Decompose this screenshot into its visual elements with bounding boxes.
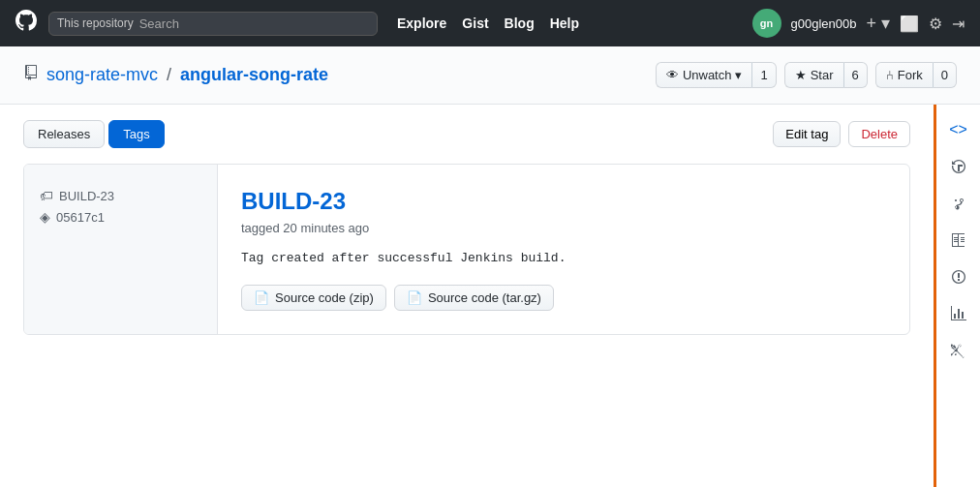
fork-count[interactable]: 0 xyxy=(933,62,957,88)
content-area: Releases Tags Edit tag Delete 🏷 BUILD-23… xyxy=(0,105,934,487)
source-zip-label: Source code (zip) xyxy=(275,290,374,305)
owner-link[interactable]: song-rate-mvc xyxy=(46,65,158,84)
user-avatar[interactable]: gn xyxy=(752,9,781,38)
right-rail: <> xyxy=(934,105,980,487)
star-icon: ★ xyxy=(795,68,807,82)
top-navigation: This repository Explore Gist Blog Help g… xyxy=(0,0,980,46)
release-meta: tagged 20 minutes ago xyxy=(241,221,886,235)
star-label: Star xyxy=(811,68,834,82)
fork-label: Fork xyxy=(898,68,923,82)
repo-title: song-rate-mvc / angular-song-rate xyxy=(23,65,328,85)
release-title: BUILD-23 xyxy=(241,188,886,215)
search-repo-label: This repository xyxy=(57,16,134,30)
nav-links: Explore Gist Blog Help xyxy=(397,15,579,31)
release-main: BUILD-23 tagged 20 minutes ago Tag creat… xyxy=(218,165,909,334)
commit-icon: ◈ xyxy=(40,209,50,225)
gist-link[interactable]: Gist xyxy=(462,15,488,31)
repo-actions: 👁 Unwatch ▾ 1 ★ Star 6 ⑃ Fork 0 xyxy=(656,62,957,88)
fork-icon: ⑃ xyxy=(886,68,894,82)
history-icon[interactable] xyxy=(941,149,976,184)
tags-tab[interactable]: Tags xyxy=(108,120,164,148)
book-icon[interactable] xyxy=(941,223,976,258)
star-count[interactable]: 6 xyxy=(843,62,868,88)
tag-icon: 🏷 xyxy=(40,188,53,203)
commit-ref-label: 05617c1 xyxy=(56,210,105,225)
breadcrumb: song-rate-mvc / angular-song-rate xyxy=(46,65,328,85)
source-targz-label: Source code (tar.gz) xyxy=(428,290,541,305)
repository-search[interactable]: This repository xyxy=(48,12,378,36)
main-wrapper: Releases Tags Edit tag Delete 🏷 BUILD-23… xyxy=(0,105,980,487)
tabs-right: Edit tag Delete xyxy=(773,121,910,147)
search-input[interactable] xyxy=(139,16,256,31)
star-group: ★ Star 6 xyxy=(784,62,868,88)
github-logo[interactable] xyxy=(15,10,37,37)
star-button[interactable]: ★ Star xyxy=(784,62,843,88)
unwatch-button[interactable]: 👁 Unwatch ▾ xyxy=(656,62,752,88)
monitor-icon[interactable]: ⬜ xyxy=(900,15,919,33)
fork-group: ⑃ Fork 0 xyxy=(875,62,957,88)
source-zip-button[interactable]: 📄 Source code (zip) xyxy=(241,285,386,311)
release-card: 🏷 BUILD-23 ◈ 05617c1 BUILD-23 tagged 20 … xyxy=(23,164,910,335)
graph-icon[interactable] xyxy=(941,296,976,331)
tag-ref: 🏷 BUILD-23 xyxy=(40,188,201,203)
eye-icon: 👁 xyxy=(666,68,679,82)
username-label[interactable]: g00glen00b xyxy=(791,16,857,31)
unwatch-count[interactable]: 1 xyxy=(751,62,776,88)
tabs-left: Releases Tags xyxy=(23,120,165,148)
topnav-right: gn g00glen00b + ▾ ⬜ ⚙ ⇥ xyxy=(752,9,965,38)
releases-tab[interactable]: Releases xyxy=(23,120,105,148)
repo-header: song-rate-mvc / angular-song-rate 👁 Unwa… xyxy=(0,46,980,105)
release-sidebar: 🏷 BUILD-23 ◈ 05617c1 xyxy=(24,165,218,334)
tag-ref-label: BUILD-23 xyxy=(59,189,114,203)
plus-icon[interactable]: + ▾ xyxy=(866,13,890,34)
code-icon[interactable]: <> xyxy=(941,112,976,147)
edit-tag-button[interactable]: Edit tag xyxy=(773,121,841,147)
explore-link[interactable]: Explore xyxy=(397,15,446,31)
commit-ref: ◈ 05617c1 xyxy=(40,209,201,225)
blog-link[interactable]: Blog xyxy=(505,15,535,31)
source-targz-button[interactable]: 📄 Source code (tar.gz) xyxy=(394,285,554,311)
tabs-bar: Releases Tags Edit tag Delete xyxy=(23,120,910,148)
branches-icon[interactable] xyxy=(941,186,976,221)
dropdown-icon: ▾ xyxy=(735,68,742,82)
fork-button[interactable]: ⑃ Fork xyxy=(875,62,933,88)
signout-icon[interactable]: ⇥ xyxy=(952,15,965,33)
unwatch-label: Unwatch xyxy=(683,68,732,82)
unwatch-group: 👁 Unwatch ▾ 1 xyxy=(656,62,777,88)
gear-icon[interactable]: ⚙ xyxy=(929,15,942,33)
repo-name[interactable]: angular-song-rate xyxy=(180,65,328,84)
targz-icon: 📄 xyxy=(407,290,422,305)
release-description: Tag created after successful Jenkins bui… xyxy=(241,251,886,265)
pulse-icon[interactable] xyxy=(941,259,976,294)
breadcrumb-separator: / xyxy=(167,65,171,84)
zip-icon: 📄 xyxy=(254,290,269,305)
help-link[interactable]: Help xyxy=(550,15,579,31)
tools-icon[interactable] xyxy=(941,333,976,368)
repo-icon xyxy=(23,65,39,85)
delete-button[interactable]: Delete xyxy=(848,121,910,147)
release-downloads: 📄 Source code (zip) 📄 Source code (tar.g… xyxy=(241,285,886,311)
